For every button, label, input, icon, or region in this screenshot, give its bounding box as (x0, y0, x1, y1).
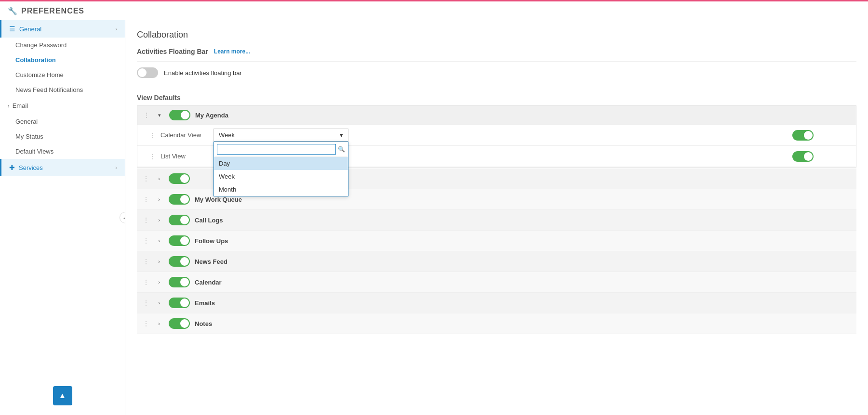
drag-handle-icon[interactable]: ⋮ (143, 258, 149, 265)
app-title: PREFERENCES (21, 7, 84, 15)
chevron-right-btn[interactable]: › (154, 319, 164, 328)
sidebar-item-news-feed-notifications[interactable]: News Feed Notifications (0, 82, 125, 97)
top-bar: 🔧 PREFERENCES (0, 0, 868, 20)
drag-handle-icon[interactable]: ⋮ (149, 153, 156, 160)
sidebar-item-general[interactable]: ☰ General › (0, 20, 125, 38)
toggle-slider (169, 215, 190, 225)
calendar-view-value: Week (219, 131, 235, 139)
calendar-view-selected[interactable]: Week ▾ (214, 129, 348, 142)
toggle-slider (169, 110, 190, 120)
sidebar: ☰ General › Change Password Collaboratio… (0, 20, 125, 415)
drag-handle-icon[interactable]: ⋮ (143, 111, 150, 119)
call-logs-toggle[interactable] (169, 215, 190, 225)
preferences-icon: 🔧 (8, 6, 17, 15)
drag-handle-icon[interactable]: ⋮ (149, 131, 156, 139)
notes-label: Notes (195, 320, 851, 327)
chevron-right-btn[interactable]: › (154, 236, 164, 246)
agenda-block-my-agenda: ⋮ ▾ My Agenda ⋮ Calendar View Week (137, 105, 856, 168)
my-work-queue-toggle[interactable] (169, 194, 190, 205)
activities-floating-bar-title: Activities Floating Bar (137, 48, 208, 55)
sidebar-item-my-status[interactable]: My Status (0, 129, 125, 144)
sidebar-item-general-email[interactable]: General (0, 114, 125, 129)
chevron-right-btn[interactable]: › (154, 277, 164, 287)
drag-handle-icon[interactable]: ⋮ (143, 299, 149, 307)
drag-handle-icon[interactable]: ⋮ (143, 175, 149, 182)
sidebar-item-change-password[interactable]: Change Password (0, 38, 125, 52)
dropdown-search-row: 🔍 (214, 142, 348, 157)
dropdown-option-day[interactable]: Day (214, 157, 348, 170)
drag-handle-icon[interactable]: ⋮ (143, 278, 149, 286)
sidebar-item-customize-home[interactable]: Customize Home (0, 67, 125, 82)
chevron-right-btn[interactable]: › (154, 215, 164, 225)
toggle-slider (169, 298, 190, 308)
my-status-label: My Status (15, 133, 43, 140)
drag-handle-icon[interactable]: ⋮ (143, 237, 149, 245)
calendar-view-dropdown-menu: 🔍 Day Week Month (214, 142, 348, 196)
dropdown-search-input[interactable] (217, 144, 336, 155)
my-work-queue-label: My Work Queue (195, 196, 851, 203)
page-title: Collaboration (137, 30, 856, 40)
chevron-right-btn[interactable]: › (154, 195, 164, 204)
enable-floating-bar-toggle[interactable] (137, 67, 158, 78)
drag-handle-icon[interactable]: ⋮ (143, 195, 149, 203)
calendar-view-row: ⋮ Calendar View Week ▾ 🔍 (137, 125, 856, 146)
dropdown-option-week[interactable]: Week (214, 170, 348, 183)
drag-handle-icon[interactable]: ⋮ (143, 320, 149, 327)
list-row-emails: ⋮ › Emails (137, 293, 856, 313)
email-expand-icon: › (8, 103, 10, 109)
services-label: Services (19, 164, 43, 171)
toggle-slider (169, 173, 190, 184)
chevron-down-btn[interactable]: ▾ (155, 110, 164, 120)
notes-toggle[interactable] (169, 318, 190, 329)
main-content: Collaboration Activities Floating Bar Le… (125, 20, 868, 415)
my-agenda-toggle[interactable] (169, 110, 190, 120)
calendar-view-toggle[interactable] (792, 130, 814, 141)
list-view-label: List View (160, 153, 209, 160)
news-feed-notifications-label: News Feed Notifications (15, 86, 83, 93)
toggle-slider (792, 130, 814, 141)
list-row-follow-ups: ⋮ › Follow Ups (137, 231, 856, 251)
row2-toggle[interactable] (169, 173, 190, 184)
chevron-right-icon: › (115, 26, 117, 32)
general-icon: ☰ (9, 25, 15, 33)
toggle-slider (792, 151, 814, 162)
toggle-slider (169, 235, 190, 246)
toggle-slider (169, 318, 190, 329)
calendar-label: Calendar (195, 279, 851, 286)
list-view-right-toggle (792, 151, 850, 162)
sidebar-section-email[interactable]: › Email (0, 97, 125, 114)
list-row-news-feed: ⋮ › News Feed (137, 251, 856, 272)
emails-toggle[interactable] (169, 298, 190, 308)
chevron-right-btn[interactable]: › (154, 257, 164, 266)
news-feed-toggle[interactable] (169, 256, 190, 267)
call-logs-label: Call Logs (195, 217, 851, 224)
toggle-slider (169, 194, 190, 205)
sidebar-collapse-button[interactable]: ◀ (120, 212, 125, 223)
services-chevron-icon: › (115, 165, 117, 170)
dropdown-arrow-icon: ▾ (340, 131, 343, 139)
calendar-toggle[interactable] (169, 277, 190, 287)
change-password-label: Change Password (15, 41, 67, 49)
calendar-view-dropdown: Week ▾ 🔍 Day Week Month (214, 129, 348, 142)
drag-handle-icon[interactable]: ⋮ (143, 216, 149, 224)
sidebar-item-services[interactable]: ✚ Services › (0, 159, 125, 176)
list-row-call-logs: ⋮ › Call Logs (137, 210, 856, 231)
learn-more-link[interactable]: Learn more... (214, 48, 250, 55)
calendar-view-label: Calendar View (160, 131, 209, 139)
floating-bar-row: Enable activities floating bar (137, 61, 856, 84)
follow-ups-toggle[interactable] (169, 235, 190, 246)
scroll-up-icon: ▲ (59, 391, 67, 400)
sidebar-item-default-views[interactable]: Default Views (0, 144, 125, 159)
dropdown-option-month[interactable]: Month (214, 183, 348, 196)
list-row-calendar: ⋮ › Calendar (137, 272, 856, 293)
chevron-right-btn[interactable]: › (154, 298, 164, 308)
services-icon: ✚ (9, 164, 15, 171)
list-view-toggle[interactable] (792, 151, 814, 162)
customize-home-label: Customize Home (15, 71, 64, 78)
agenda-row-my-agenda: ⋮ ▾ My Agenda (137, 106, 856, 124)
sidebar-item-collaboration[interactable]: Collaboration (0, 52, 125, 67)
scroll-up-button[interactable]: ▲ (53, 386, 72, 405)
chevron-right-btn[interactable]: › (154, 174, 164, 183)
my-agenda-label: My Agenda (195, 112, 850, 119)
news-feed-label: News Feed (195, 258, 851, 265)
